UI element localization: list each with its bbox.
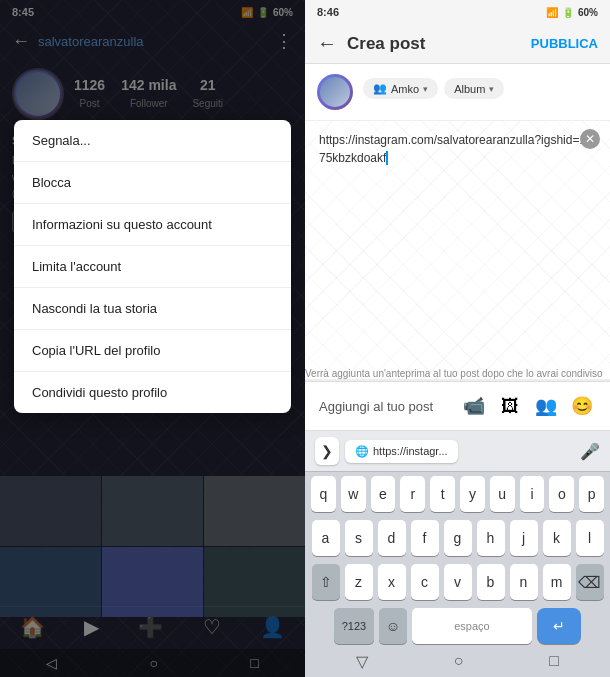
- shift-key[interactable]: ⇧: [312, 564, 340, 600]
- right-header: ← Crea post PUBBLICA: [305, 24, 610, 64]
- keyboard-row-1: q w e r t y u i o p: [305, 472, 610, 516]
- composer-controls-area: 👥 Amko ▾ Album ▾: [363, 74, 504, 99]
- friend-label: Amko: [391, 83, 419, 95]
- add-emoji-icon[interactable]: 😊: [568, 392, 596, 420]
- preview-hint: Verrà aggiunta un'anteprima al tuo post …: [305, 360, 610, 380]
- keyboard-url-btn[interactable]: 🌐 https://instagr...: [345, 440, 458, 463]
- menu-item-report[interactable]: Segnala...: [14, 120, 291, 162]
- keyboard-arrow-btn[interactable]: ❯: [315, 437, 339, 465]
- numbers-key[interactable]: ?123: [334, 608, 374, 644]
- key-y[interactable]: y: [460, 476, 485, 512]
- menu-item-block[interactable]: Blocca: [14, 162, 291, 204]
- friend-picker[interactable]: 👥 Amko ▾: [363, 78, 438, 99]
- key-p[interactable]: p: [579, 476, 604, 512]
- keyboard-row-3: ⇧ z x c v b n m ⌫: [305, 560, 610, 604]
- page-title: Crea post: [347, 34, 531, 54]
- menu-item-share-profile[interactable]: Condividi questo profilo: [14, 372, 291, 413]
- key-w[interactable]: w: [341, 476, 366, 512]
- key-o[interactable]: o: [549, 476, 574, 512]
- right-system-nav: ▽ ○ □: [305, 648, 610, 677]
- menu-item-info[interactable]: Informazioni su questo account: [14, 204, 291, 246]
- enter-key[interactable]: ↵: [537, 608, 581, 644]
- microphone-icon[interactable]: 🎤: [580, 442, 600, 461]
- space-key[interactable]: espaço: [412, 608, 532, 644]
- album-chevron: ▾: [489, 84, 494, 94]
- emoji-key[interactable]: ☺: [379, 608, 407, 644]
- key-x[interactable]: x: [378, 564, 406, 600]
- add-video-icon[interactable]: 📹: [460, 392, 488, 420]
- right-recents-sys[interactable]: □: [549, 652, 559, 671]
- backspace-key[interactable]: ⌫: [576, 564, 604, 600]
- left-panel: 8:45 📶 🔋 60% ← salvatorearanzulla ⋮ 1126…: [0, 0, 305, 677]
- key-t[interactable]: t: [430, 476, 455, 512]
- key-n[interactable]: n: [510, 564, 538, 600]
- key-s[interactable]: s: [345, 520, 373, 556]
- right-home-sys[interactable]: ○: [454, 652, 464, 671]
- post-composer: 👥 Amko ▾ Album ▾: [305, 64, 610, 121]
- keyboard-row-4: ?123 ☺ espaço ↵: [305, 604, 610, 648]
- right-back-arrow[interactable]: ←: [317, 32, 337, 55]
- key-b[interactable]: b: [477, 564, 505, 600]
- key-d[interactable]: d: [378, 520, 406, 556]
- key-i[interactable]: i: [520, 476, 545, 512]
- key-r[interactable]: r: [400, 476, 425, 512]
- right-panel: 8:46 📶 🔋 60% ← Crea post PUBBLICA 👥 Amko…: [305, 0, 610, 677]
- key-u[interactable]: u: [490, 476, 515, 512]
- right-status-bar: 8:46 📶 🔋 60%: [305, 0, 610, 24]
- right-time: 8:46: [317, 6, 339, 18]
- key-a[interactable]: a: [312, 520, 340, 556]
- right-signal-icon: 📶: [546, 7, 558, 18]
- text-cursor: [386, 151, 388, 165]
- friend-icon: 👥: [373, 82, 387, 95]
- right-status-icons: 📶 🔋 60%: [546, 7, 598, 18]
- key-c[interactable]: c: [411, 564, 439, 600]
- post-text-content: https://instagram.com/salvatorearanzulla…: [319, 133, 593, 165]
- key-v[interactable]: v: [444, 564, 472, 600]
- add-icons-group: 📹 🖼 👥 😊: [460, 392, 596, 420]
- album-picker[interactable]: Album ▾: [444, 78, 504, 99]
- key-j[interactable]: j: [510, 520, 538, 556]
- key-e[interactable]: e: [371, 476, 396, 512]
- post-url: https://instagram.com/salvatorearanzulla…: [319, 131, 596, 167]
- keyboard-row-2: a s d f g h j k l: [305, 516, 610, 560]
- composer-controls: 👥 Amko ▾ Album ▾: [363, 78, 504, 99]
- album-label: Album: [454, 83, 485, 95]
- friend-chevron: ▾: [423, 84, 428, 94]
- keyboard-toolbar: ❯ 🌐 https://instagr... 🎤: [305, 431, 610, 472]
- menu-item-hide-story[interactable]: Nascondi la tua storia: [14, 288, 291, 330]
- browser-icon: 🌐: [355, 445, 369, 458]
- menu-item-copy-url[interactable]: Copia l'URL del profilo: [14, 330, 291, 372]
- right-back-sys[interactable]: ▽: [356, 652, 368, 671]
- key-g[interactable]: g: [444, 520, 472, 556]
- add-photo-icon[interactable]: 🖼: [496, 392, 524, 420]
- right-battery-icon: 🔋: [562, 7, 574, 18]
- key-f[interactable]: f: [411, 520, 439, 556]
- key-k[interactable]: k: [543, 520, 571, 556]
- context-menu: Segnala... Blocca Informazioni su questo…: [14, 120, 291, 413]
- post-text-area[interactable]: https://instagram.com/salvatorearanzulla…: [305, 121, 610, 381]
- composer-avatar: [317, 74, 353, 110]
- menu-item-limit[interactable]: Limita l'account: [14, 246, 291, 288]
- key-m[interactable]: m: [543, 564, 571, 600]
- add-people-icon[interactable]: 👥: [532, 392, 560, 420]
- right-battery-level: 60%: [578, 7, 598, 18]
- add-to-post-label: Aggiungi al tuo post: [319, 399, 460, 414]
- url-preview: https://instagr...: [373, 445, 448, 457]
- add-to-post-bar: Aggiungi al tuo post 📹 🖼 👥 😊: [305, 381, 610, 431]
- close-button[interactable]: ✕: [580, 129, 600, 149]
- key-q[interactable]: q: [311, 476, 336, 512]
- key-h[interactable]: h: [477, 520, 505, 556]
- publish-button[interactable]: PUBBLICA: [531, 36, 598, 51]
- keyboard: ❯ 🌐 https://instagr... 🎤 q w e r t y u i…: [305, 431, 610, 677]
- key-l[interactable]: l: [576, 520, 604, 556]
- key-z[interactable]: z: [345, 564, 373, 600]
